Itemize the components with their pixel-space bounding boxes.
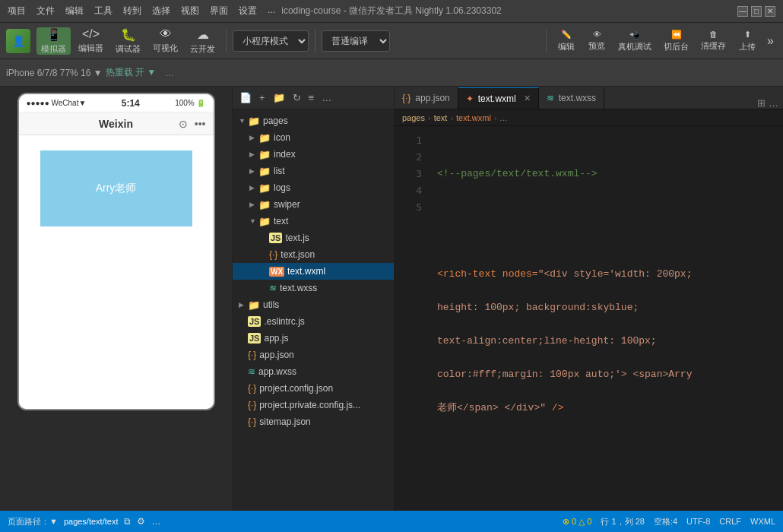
path-more-button[interactable]: … — [151, 516, 160, 527]
tree-item-text-wxss[interactable]: ≋text.wxss — [233, 280, 394, 296]
real-test-icon: 📲 — [629, 30, 640, 40]
line-ending: CRLF — [719, 517, 741, 526]
clean-button[interactable]: 🗑 清缓存 — [696, 27, 731, 55]
menu-item-tools[interactable]: 工具 — [94, 5, 113, 17]
bc-sep-3: › — [494, 113, 497, 122]
tree-item-app-js[interactable]: JSapp.js — [233, 330, 394, 347]
wxss-icon: ≋ — [248, 366, 255, 377]
code-line-4 — [437, 450, 783, 467]
clean-icon: 🗑 — [709, 30, 718, 39]
tree-item-text-js[interactable]: JStext.js — [233, 230, 394, 246]
simulator-button[interactable]: 📱 模拟器 — [36, 27, 71, 55]
clock-display: 5:14 — [122, 98, 140, 109]
tree-item-project-private[interactable]: {·}project.private.config.js... — [233, 397, 394, 413]
cloud-button[interactable]: ☁ 云开发 — [185, 27, 220, 55]
tree-item-icon[interactable]: ▶📁icon — [233, 129, 394, 146]
editor-button[interactable]: </> 编辑器 — [74, 27, 108, 55]
tab-app-json-label: app.json — [415, 93, 449, 103]
cloud-label: 云开发 — [190, 43, 215, 55]
toolbar-more-button[interactable]: » — [764, 31, 777, 51]
device-selector[interactable]: iPhone 6/7/8 77% 16 ▼ — [6, 68, 103, 78]
toolbar-separator-3 — [546, 30, 547, 52]
tree-item-pages[interactable]: ▼📁pages — [233, 112, 394, 129]
collapse-button[interactable]: ≡ — [306, 90, 317, 105]
code-area[interactable]: 1 2 3 4 5 <!--pages/text/text.wxml--> <r… — [395, 126, 783, 511]
new-folder-button[interactable]: 📁 — [271, 90, 287, 105]
new-file-button[interactable]: 📄 — [237, 90, 254, 105]
code-editor[interactable]: <!--pages/text/text.wxml--> <rich-text n… — [428, 126, 783, 511]
tab-text-wxss[interactable]: ≋ text.wxss — [539, 87, 604, 109]
cutoff-button[interactable]: ⏪ 切后台 — [659, 27, 693, 55]
editor-panel: {·} app.json ✦ text.wxml ✕ ≋ text.wxss ⊞… — [395, 87, 783, 511]
tree-item-swiper[interactable]: ▶📁swiper — [233, 196, 394, 213]
menu-item-more[interactable]: ... — [268, 5, 275, 17]
debugger-button[interactable]: 🐛 调试器 — [111, 27, 145, 55]
tab-close-button[interactable]: ✕ — [524, 93, 531, 103]
tab-app-json[interactable]: {·} app.json — [395, 87, 458, 109]
window-controls: — □ ✕ — [737, 6, 775, 17]
phone-nav-bar: Weixin ⊙ ••• — [19, 112, 214, 135]
menu-item-view[interactable]: 视图 — [181, 5, 199, 17]
tree-item-text[interactable]: ▼📁text — [233, 213, 394, 230]
menu-item-goto[interactable]: 转到 — [123, 5, 141, 17]
menu-item-select[interactable]: 选择 — [152, 5, 170, 17]
tree-item-label: index — [274, 149, 296, 160]
minimize-button[interactable]: — — [737, 6, 748, 17]
tree-arrow: ▶ — [239, 301, 248, 309]
page-path-label: 页面路径：▼ — [8, 516, 58, 527]
visual-button[interactable]: 👁 可视化 — [148, 27, 182, 55]
tree-item-list[interactable]: ▶📁list — [233, 163, 394, 179]
breadcrumb-pages[interactable]: pages — [402, 113, 425, 122]
menu-item-settings[interactable]: 设置 — [239, 5, 257, 17]
toolbar2-more-button[interactable]: … — [165, 68, 174, 78]
breadcrumb-file[interactable]: text.wxml — [456, 113, 491, 122]
maximize-button[interactable]: □ — [751, 6, 762, 17]
menu-item-edit[interactable]: 编辑 — [65, 5, 84, 17]
phone-simulator: ●●●●● WeChat▼ 5:14 100% 🔋 Weixin ⊙ ••• A… — [0, 87, 232, 511]
mode-select[interactable]: 小程序模式 — [233, 30, 309, 52]
json-icon: {·} — [269, 249, 277, 260]
compile-icon: ✏️ — [561, 30, 572, 40]
page-path-value[interactable]: pages/text/text — [64, 517, 119, 526]
wxss-file-icon: ≋ — [547, 93, 554, 103]
refresh-button[interactable]: ↻ — [290, 90, 303, 105]
compile-button[interactable]: ✏️ 编辑 — [553, 27, 580, 55]
tree-item-label: logs — [274, 182, 290, 193]
path-settings-button[interactable]: ⚙ — [137, 516, 145, 527]
upload-button[interactable]: ⬆ 上传 — [734, 27, 761, 55]
split-editor-button[interactable]: ⊞ — [757, 97, 766, 109]
hotreload-toggle[interactable]: 热重载 开 ▼ — [106, 66, 157, 79]
visual-icon: 👁 — [160, 27, 172, 41]
preview-button[interactable]: 👁 预览 — [583, 27, 610, 55]
tree-item-utils[interactable]: ▶📁utils — [233, 296, 394, 313]
tree-item-app-json[interactable]: {·}app.json — [233, 347, 394, 363]
tree-item-text-json[interactable]: {·}text.json — [233, 246, 394, 263]
menu-item-file[interactable]: 文件 — [36, 5, 55, 17]
avatar[interactable]: 👤 — [6, 29, 30, 53]
compile-label: 编辑 — [558, 41, 575, 52]
tree-item-sitemap[interactable]: {·}sitemap.json — [233, 413, 394, 430]
close-button[interactable]: ✕ — [765, 6, 775, 17]
tab-text-wxml[interactable]: ✦ text.wxml ✕ — [458, 87, 539, 109]
tree-item-project-config[interactable]: {·}project.config.json — [233, 380, 394, 397]
breadcrumb-text[interactable]: text — [434, 113, 448, 122]
real-test-button[interactable]: 📲 真机调试 — [613, 27, 656, 55]
tree-item-label: project.private.config.js... — [259, 400, 360, 410]
compile-select[interactable]: 普通编译 — [322, 30, 390, 52]
copy-path-button[interactable]: ⧉ — [124, 516, 131, 527]
add-button[interactable]: + — [257, 90, 268, 105]
tree-item-logs[interactable]: ▶📁logs — [233, 179, 394, 196]
tree-item-app-wxss[interactable]: ≋app.wxss — [233, 363, 394, 380]
line-num-5: 5 — [395, 199, 422, 216]
editor-tabs: {·} app.json ✦ text.wxml ✕ ≋ text.wxss ⊞… — [395, 87, 783, 109]
tree-item-label: .eslintrc.js — [264, 316, 304, 327]
menu-item-interface[interactable]: 界面 — [210, 5, 228, 17]
tree-more-button[interactable]: … — [319, 90, 334, 105]
editor-menu-button[interactable]: … — [769, 97, 778, 109]
tree-item-index[interactable]: ▶📁index — [233, 146, 394, 163]
breadcrumb: pages › text › text.wxml › ... — [395, 109, 783, 126]
tree-item-text-wxml[interactable]: WXtext.wxml — [233, 263, 394, 280]
phone-blank-area — [19, 348, 214, 409]
tree-item-eslintrc[interactable]: JS.eslintrc.js — [233, 313, 394, 330]
menu-item-project[interactable]: 项目 — [8, 5, 26, 17]
